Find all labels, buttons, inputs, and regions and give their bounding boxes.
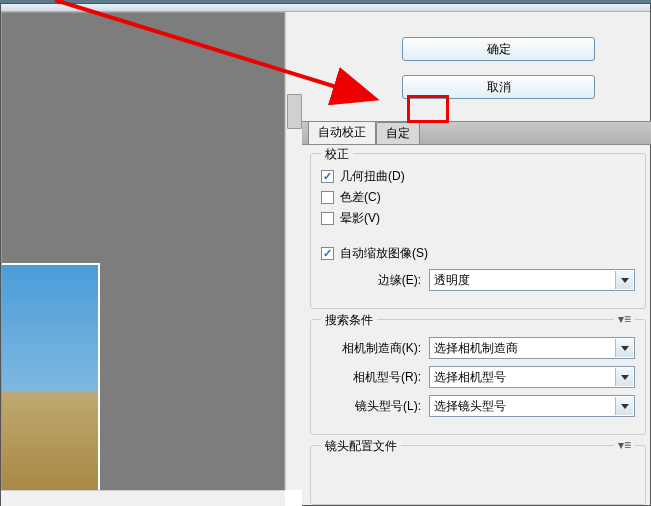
label-edge: 边缘(E): — [321, 272, 429, 289]
checkbox-geometric[interactable] — [321, 170, 334, 183]
label-chromatic: 色差(C) — [340, 189, 381, 206]
combo-maker-value: 选择相机制造商 — [434, 340, 518, 357]
combo-model-value: 选择相机型号 — [434, 369, 506, 386]
row-chromatic: 色差(C) — [321, 189, 635, 206]
preview-canvas[interactable] — [1, 12, 285, 506]
combo-lens-value: 选择镜头型号 — [434, 398, 506, 415]
row-edge: 边缘(E): 透明度 — [321, 269, 635, 291]
dialog-window: 确定 取消 自动校正 自定 校正 几何扭曲(D) 色差(C) — [0, 3, 651, 506]
preview-image — [2, 263, 100, 491]
chevron-down-icon — [615, 339, 633, 357]
preview-panel — [1, 12, 302, 506]
right-column: 确定 取消 自动校正 自定 校正 几何扭曲(D) 色差(C) — [302, 12, 651, 506]
chevron-down-icon — [615, 271, 633, 289]
tab-strip: 自动校正 自定 — [302, 121, 651, 145]
tab-custom[interactable]: 自定 — [376, 122, 420, 144]
combo-maker[interactable]: 选择相机制造商 — [429, 337, 635, 359]
group-correction-title: 校正 — [321, 146, 353, 163]
cancel-button[interactable]: 取消 — [402, 75, 595, 99]
dialog-content: 确定 取消 自动校正 自定 校正 几何扭曲(D) 色差(C) — [1, 12, 650, 506]
group-correction: 校正 几何扭曲(D) 色差(C) 晕影(V) — [310, 153, 646, 309]
panel-body: 校正 几何扭曲(D) 色差(C) 晕影(V) — [302, 145, 651, 506]
combo-edge-value: 透明度 — [434, 272, 470, 289]
row-vignette: 晕影(V) — [321, 210, 635, 227]
checkbox-vignette[interactable] — [321, 212, 334, 225]
dialog-buttons: 确定 取消 — [302, 12, 651, 121]
group-profile: 镜头配置文件 ▾≡ — [310, 445, 646, 505]
combo-lens[interactable]: 选择镜头型号 — [429, 395, 635, 417]
tab-auto-correct[interactable]: 自动校正 — [308, 121, 376, 144]
label-model: 相机型号(R): — [321, 369, 429, 386]
horizontal-scrollbar[interactable] — [1, 490, 285, 506]
chevron-down-icon — [615, 368, 633, 386]
scroll-thumb[interactable] — [287, 94, 302, 129]
row-autoscale: 自动缩放图像(S) — [321, 245, 635, 262]
label-vignette: 晕影(V) — [340, 210, 380, 227]
vertical-scrollbar[interactable] — [285, 12, 302, 490]
row-maker: 相机制造商(K): 选择相机制造商 — [321, 337, 635, 359]
group-profile-title: 镜头配置文件 — [321, 438, 401, 455]
titlebar — [1, 4, 650, 12]
label-maker: 相机制造商(K): — [321, 340, 429, 357]
chevron-down-icon — [615, 397, 633, 415]
label-autoscale: 自动缩放图像(S) — [340, 245, 428, 262]
checkbox-autoscale[interactable] — [321, 247, 334, 260]
checkbox-chromatic[interactable] — [321, 191, 334, 204]
group-search-menu-icon[interactable]: ▾≡ — [614, 312, 635, 326]
ok-button[interactable]: 确定 — [402, 37, 595, 61]
label-geometric: 几何扭曲(D) — [340, 168, 405, 185]
combo-edge[interactable]: 透明度 — [429, 269, 635, 291]
row-lens: 镜头型号(L): 选择镜头型号 — [321, 395, 635, 417]
group-search-title: 搜索条件 — [321, 312, 377, 329]
group-search: 搜索条件 ▾≡ 相机制造商(K): 选择相机制造商 相机型号(R): 选择相机型… — [310, 319, 646, 435]
row-model: 相机型号(R): 选择相机型号 — [321, 366, 635, 388]
row-geometric: 几何扭曲(D) — [321, 168, 635, 185]
label-lens: 镜头型号(L): — [321, 398, 429, 415]
group-profile-menu-icon[interactable]: ▾≡ — [614, 438, 635, 452]
combo-model[interactable]: 选择相机型号 — [429, 366, 635, 388]
